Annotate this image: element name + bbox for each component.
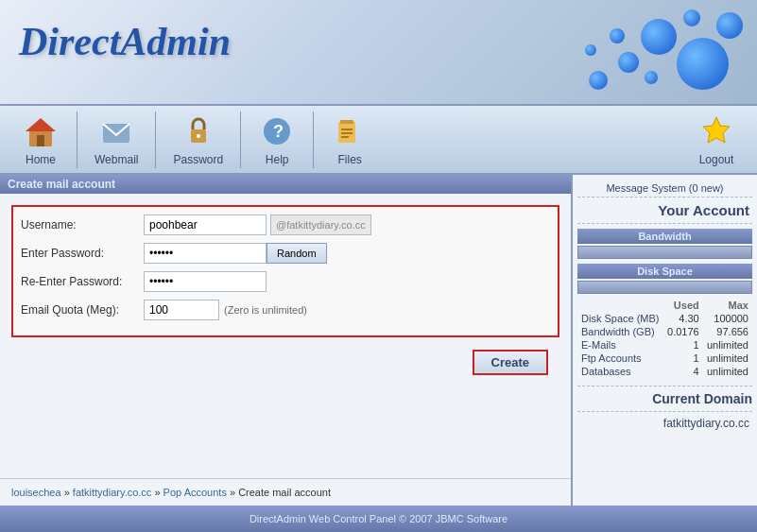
random-button[interactable]: Random xyxy=(267,243,327,264)
stats-row: Bandwidth (GB) 0.0176 97.656 xyxy=(577,325,752,338)
stat-label: Bandwidth (GB) xyxy=(577,325,663,338)
stat-label: Ftp Accounts xyxy=(577,352,663,365)
svg-rect-2 xyxy=(37,135,44,146)
nav-help-label: Help xyxy=(266,153,289,166)
stat-used: 1 xyxy=(663,352,703,365)
form-area: Username: @fatkittydiary.co.cc Enter Pas… xyxy=(0,194,571,478)
stat-max: 97.656 xyxy=(703,325,752,338)
nav-password[interactable]: Password xyxy=(156,108,240,171)
stat-max: unlimited xyxy=(703,352,752,365)
stat-max: unlimited xyxy=(703,365,752,378)
username-input-group: @fatkittydiary.co.cc xyxy=(144,215,371,235)
nav-files[interactable]: Files xyxy=(314,108,386,171)
quota-hint: (Zero is unlimited) xyxy=(224,304,307,316)
disk-space-bar xyxy=(577,281,752,294)
breadcrumb-current: Create mail account xyxy=(238,487,331,498)
retype-password-label: Re-Enter Password: xyxy=(21,275,144,288)
stat-label: E-Mails xyxy=(577,338,663,352)
password-icon xyxy=(180,112,217,150)
stat-used: 0.0176 xyxy=(663,325,703,338)
quota-input[interactable] xyxy=(144,300,219,320)
your-account-title: Your Account xyxy=(577,202,752,218)
nav-webmail-label: Webmail xyxy=(95,153,138,166)
username-label: Username: xyxy=(21,218,144,232)
right-panel: Message System (0 new) Your Account Band… xyxy=(573,175,757,506)
svg-rect-9 xyxy=(340,120,353,124)
stats-row: Disk Space (MB) 4.30 100000 xyxy=(577,312,752,325)
retype-password-input[interactable] xyxy=(144,271,267,292)
password-row: Enter Password: Random xyxy=(21,243,550,264)
stat-used: 1 xyxy=(663,338,703,352)
current-domain-title: Current Domain xyxy=(577,391,752,406)
stats-col-used-header: Used xyxy=(663,299,703,312)
logout-icon xyxy=(697,112,735,150)
quota-row: Email Quota (Meg): (Zero is unlimited) xyxy=(21,300,550,320)
nav-help[interactable]: ? Help xyxy=(241,108,313,171)
create-button-row: Create xyxy=(11,345,559,380)
breadcrumb-sep3: » xyxy=(227,487,238,498)
stats-row: Ftp Accounts 1 unlimited xyxy=(577,352,752,365)
files-icon xyxy=(331,112,369,150)
footer: DirectAdmin Web Control Panel © 2007 JBM… xyxy=(0,506,757,532)
bandwidth-label: Bandwidth xyxy=(577,229,752,244)
stat-label: Disk Space (MB) xyxy=(577,312,663,325)
logo: DirectAdmin xyxy=(19,19,231,64)
disk-space-label: Disk Space xyxy=(577,264,752,279)
bandwidth-bar xyxy=(577,246,752,259)
nav-webmail[interactable]: Webmail xyxy=(77,108,155,171)
home-icon xyxy=(22,112,60,150)
svg-rect-8 xyxy=(338,122,355,143)
main-layout: Create mail account Username: @fatkittyd… xyxy=(0,175,757,506)
breadcrumb-pop-accounts[interactable]: Pop Accounts xyxy=(163,487,227,498)
footer-text: DirectAdmin Web Control Panel © 2007 JBM… xyxy=(249,513,508,524)
divider-3 xyxy=(577,411,752,412)
username-input[interactable] xyxy=(144,215,267,235)
section-header: Create mail account xyxy=(0,175,571,194)
domain-display: @fatkittydiary.co.cc xyxy=(270,215,371,235)
navbar: Home Webmail Password ? Help Files Logou… xyxy=(0,104,757,175)
nav-logout[interactable]: Logout xyxy=(680,108,752,171)
stats-row: E-Mails 1 unlimited xyxy=(577,338,752,352)
stat-used: 4.30 xyxy=(663,312,703,325)
password-label: Enter Password: xyxy=(21,247,144,260)
username-row: Username: @fatkittydiary.co.cc xyxy=(21,215,550,235)
divider-1 xyxy=(577,223,752,224)
webmail-icon xyxy=(97,112,135,150)
retype-password-row: Re-Enter Password: xyxy=(21,271,550,292)
logo-text: DirectAdmin xyxy=(19,20,231,63)
breadcrumb: louisechea » fatkittydiary.co.cc » Pop A… xyxy=(0,478,571,506)
nav-password-label: Password xyxy=(173,153,223,166)
current-domain-value: fatkittydiary.co.cc xyxy=(577,417,752,430)
breadcrumb-domain[interactable]: fatkittydiary.co.cc xyxy=(73,487,152,498)
nav-home-label: Home xyxy=(26,153,56,166)
stats-row: Databases 4 unlimited xyxy=(577,365,752,378)
svg-text:?: ? xyxy=(273,122,284,141)
divider-2 xyxy=(577,386,752,386)
breadcrumb-louisechea[interactable]: louisechea xyxy=(11,487,61,498)
header: DirectAdmin xyxy=(0,0,757,104)
help-icon: ? xyxy=(258,112,296,150)
message-system: Message System (0 new) xyxy=(577,180,752,197)
stat-used: 4 xyxy=(663,365,703,378)
stats-table: Used Max Disk Space (MB) 4.30 100000 Ban… xyxy=(577,299,752,378)
stats-col-max-header: Max xyxy=(703,299,752,312)
breadcrumb-sep2: » xyxy=(151,487,163,498)
left-panel: Create mail account Username: @fatkittyd… xyxy=(0,175,573,506)
stat-label: Databases xyxy=(577,365,663,378)
stat-max: 100000 xyxy=(703,312,752,325)
bubbles-decoration xyxy=(587,5,748,99)
nav-files-label: Files xyxy=(337,153,361,166)
nav-logout-label: Logout xyxy=(699,153,734,166)
stat-max: unlimited xyxy=(703,338,752,352)
form-outline: Username: @fatkittydiary.co.cc Enter Pas… xyxy=(11,205,559,337)
nav-home[interactable]: Home xyxy=(5,108,77,171)
create-button[interactable]: Create xyxy=(473,350,548,375)
svg-marker-13 xyxy=(703,117,730,143)
breadcrumb-sep1: » xyxy=(61,487,73,498)
quota-label: Email Quota (Meg): xyxy=(21,303,144,317)
svg-point-5 xyxy=(197,134,200,138)
stats-col-label-header xyxy=(577,299,663,312)
password-input[interactable] xyxy=(144,243,267,264)
svg-marker-1 xyxy=(26,118,56,131)
